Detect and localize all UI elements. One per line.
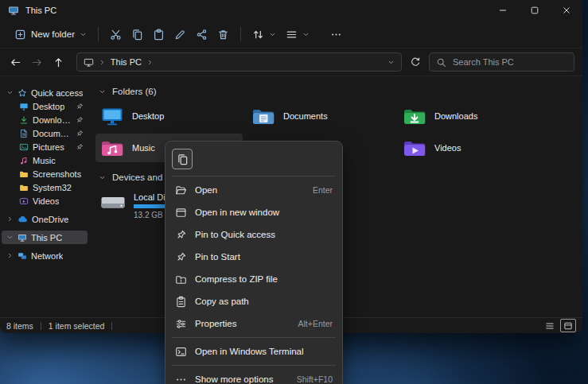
sidebar-item-this-pc[interactable]: This PC xyxy=(2,231,88,244)
folder-tile-videos[interactable]: Videos xyxy=(398,134,545,162)
pin-icon xyxy=(76,143,84,151)
forward-icon xyxy=(31,56,43,68)
close-button[interactable] xyxy=(551,0,582,21)
up-button[interactable] xyxy=(49,52,68,72)
breadcrumb-item[interactable]: This PC xyxy=(111,57,142,67)
folder-name: Videos xyxy=(434,143,461,153)
paste-button[interactable] xyxy=(148,25,169,45)
pin-icon xyxy=(76,103,84,111)
delete-button[interactable] xyxy=(212,25,234,45)
forward-button[interactable] xyxy=(28,52,47,72)
chevron-down-icon[interactable] xyxy=(387,59,395,66)
menu-item-open-windows-terminal[interactable]: Open in Windows Terminal xyxy=(169,340,339,363)
menu-item-shortcut: Enter xyxy=(313,185,333,195)
maximize-icon xyxy=(531,6,539,14)
search-input[interactable] xyxy=(451,56,567,68)
up-icon xyxy=(53,56,64,68)
sidebar-item-onedrive[interactable]: OneDrive xyxy=(2,212,88,226)
chevron-right-icon[interactable] xyxy=(6,215,14,223)
view-button[interactable] xyxy=(281,25,314,45)
sidebar-item-downloads[interactable]: Downloads xyxy=(2,113,88,126)
minimize-button[interactable] xyxy=(487,0,519,21)
folder-tile-documents[interactable]: Documents xyxy=(247,102,394,130)
sidebar-item-quick-access[interactable]: Quick access xyxy=(2,86,88,99)
folder-tile-downloads[interactable]: Downloads xyxy=(398,102,545,130)
sidebar-item-pictures[interactable]: Pictures xyxy=(2,140,88,153)
menu-item-properties[interactable]: Properties Alt+Enter xyxy=(169,312,339,335)
sidebar-item-label: Desktop xyxy=(33,102,64,111)
sidebar-item-system32[interactable]: System32 xyxy=(2,180,88,194)
address-bar: This PC xyxy=(0,48,582,76)
folder-icon xyxy=(19,183,29,192)
breadcrumb[interactable]: This PC xyxy=(76,52,403,72)
folder-name: Downloads xyxy=(434,111,477,121)
menu-separator xyxy=(172,337,336,338)
properties-icon xyxy=(175,318,187,330)
sort-button[interactable] xyxy=(247,25,281,45)
chevron-down-icon xyxy=(80,31,87,38)
sidebar-item-label: Network xyxy=(31,251,63,261)
hard-drive-icon xyxy=(100,192,126,213)
sidebar-item-music[interactable]: Music xyxy=(2,153,88,167)
sidebar-item-label: System32 xyxy=(33,183,72,192)
sidebar-item-network[interactable]: Network xyxy=(2,249,88,262)
sidebar-item-desktop[interactable]: Desktop xyxy=(2,99,88,113)
menu-item-open-new-window[interactable]: Open in new window xyxy=(169,201,339,223)
menu-item-compress-zip[interactable]: Compress to ZIP file xyxy=(169,268,339,290)
this-pc-icon xyxy=(8,5,19,16)
new-item-icon xyxy=(14,29,26,41)
sidebar-item-videos[interactable]: Videos xyxy=(2,194,88,208)
chevron-down-icon xyxy=(269,31,276,38)
details-view-button[interactable] xyxy=(543,320,557,332)
back-button[interactable] xyxy=(6,52,25,72)
terminal-icon xyxy=(175,346,187,358)
sidebar-item-label: Pictures xyxy=(33,142,64,152)
more-button[interactable] xyxy=(325,25,347,45)
share-button[interactable] xyxy=(191,25,212,45)
folder-name: Music xyxy=(132,143,155,153)
pin-icon xyxy=(175,251,187,263)
thumbnail-view-button[interactable] xyxy=(560,319,576,332)
desktop-icon xyxy=(19,102,29,111)
open-icon xyxy=(175,184,187,196)
rename-button[interactable] xyxy=(169,25,191,45)
menu-item-open[interactable]: Open Enter xyxy=(169,179,339,201)
menu-item-copy-as-path[interactable]: Copy as path xyxy=(169,290,339,312)
videos-icon xyxy=(19,196,29,206)
menu-item-label: Show more options xyxy=(195,374,273,384)
sidebar-item-documents[interactable]: Documents xyxy=(2,126,88,140)
chevron-right-icon[interactable] xyxy=(6,252,14,259)
refresh-button[interactable] xyxy=(406,52,425,72)
folders-header-label: Folders (6) xyxy=(112,87,157,96)
sidebar-item-label: Quick access xyxy=(31,88,83,98)
sort-icon xyxy=(252,29,264,41)
sidebar-item-label: This PC xyxy=(31,233,62,242)
chevron-down-icon[interactable] xyxy=(6,234,14,241)
chevron-right-icon xyxy=(146,59,154,66)
chevron-down-icon[interactable] xyxy=(99,88,106,95)
search-icon xyxy=(436,57,446,68)
new-window-icon xyxy=(175,207,187,219)
menu-item-show-more-options[interactable]: Show more options Shift+F10 xyxy=(169,368,339,384)
copy-button[interactable] xyxy=(172,149,193,169)
search-box[interactable] xyxy=(429,52,574,72)
menu-item-pin-quick-access[interactable]: Pin to Quick access xyxy=(169,223,339,246)
folders-section-header[interactable]: Folders (6) xyxy=(95,84,582,99)
sidebar-item-label: Videos xyxy=(33,196,59,206)
chevron-down-icon[interactable] xyxy=(6,89,14,96)
maximize-button[interactable] xyxy=(519,0,551,21)
cut-button[interactable] xyxy=(105,25,127,45)
videos-folder-icon xyxy=(403,138,426,158)
copy-button[interactable] xyxy=(127,25,148,45)
new-folder-button[interactable]: New folder xyxy=(10,25,92,45)
menu-item-pin-start[interactable]: Pin to Start xyxy=(169,246,339,268)
refresh-icon xyxy=(410,56,421,68)
sidebar-item-screenshots[interactable]: Screenshots xyxy=(2,167,88,180)
more-options-icon xyxy=(175,374,187,384)
menu-separator xyxy=(172,365,336,366)
menu-item-label: Compress to ZIP file xyxy=(195,274,278,284)
folder-icon xyxy=(19,169,29,179)
chevron-down-icon[interactable] xyxy=(99,174,106,181)
folder-tile-desktop[interactable]: Desktop xyxy=(95,102,243,130)
menu-item-label: Pin to Quick access xyxy=(195,230,275,239)
